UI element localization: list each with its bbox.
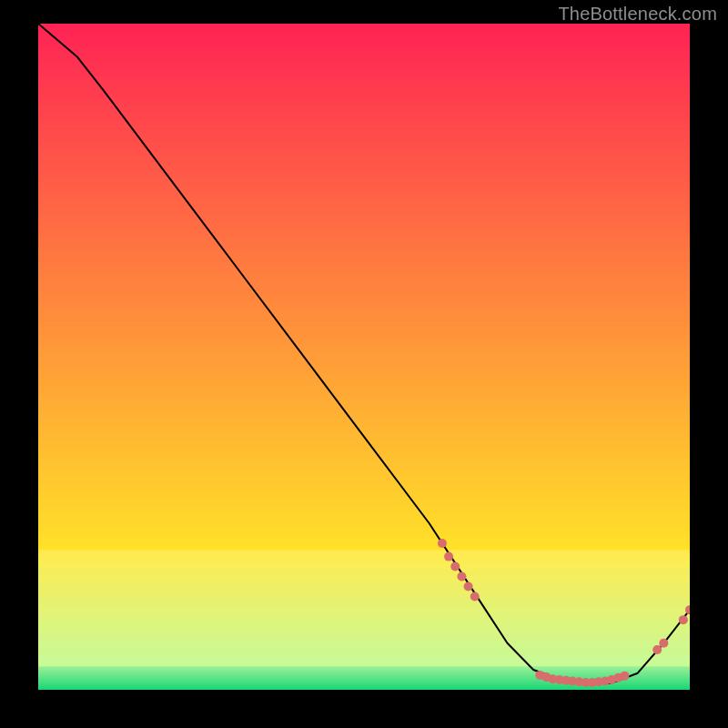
svg-rect-134 <box>38 641 690 648</box>
watermark-text: TheBottleneck.com <box>558 4 717 25</box>
svg-rect-123 <box>38 570 690 577</box>
bottleneck-chart <box>38 24 690 690</box>
chart-frame: TheBottleneck.com <box>0 0 728 728</box>
svg-rect-132 <box>38 628 690 635</box>
svg-rect-122 <box>38 563 690 571</box>
data-point <box>470 592 480 602</box>
data-point <box>679 615 688 624</box>
data-point <box>457 572 466 581</box>
svg-rect-124 <box>38 576 690 583</box>
svg-rect-151 <box>38 688 690 690</box>
svg-rect-129 <box>38 608 690 615</box>
svg-rect-130 <box>38 614 690 622</box>
data-point <box>620 672 629 681</box>
svg-rect-131 <box>38 622 690 629</box>
data-point <box>659 639 668 648</box>
svg-rect-126 <box>38 589 690 596</box>
data-point <box>444 552 453 561</box>
data-point <box>438 539 447 548</box>
svg-rect-137 <box>38 660 690 667</box>
svg-rect-127 <box>38 595 690 602</box>
data-point <box>450 562 460 571</box>
data-point <box>652 645 662 654</box>
svg-rect-136 <box>38 653 690 661</box>
svg-rect-121 <box>38 556 690 563</box>
svg-rect-120 <box>38 550 690 557</box>
svg-rect-128 <box>38 602 690 609</box>
data-point <box>464 582 473 592</box>
svg-rect-125 <box>38 582 690 590</box>
svg-rect-135 <box>38 647 690 654</box>
svg-rect-133 <box>38 634 690 642</box>
